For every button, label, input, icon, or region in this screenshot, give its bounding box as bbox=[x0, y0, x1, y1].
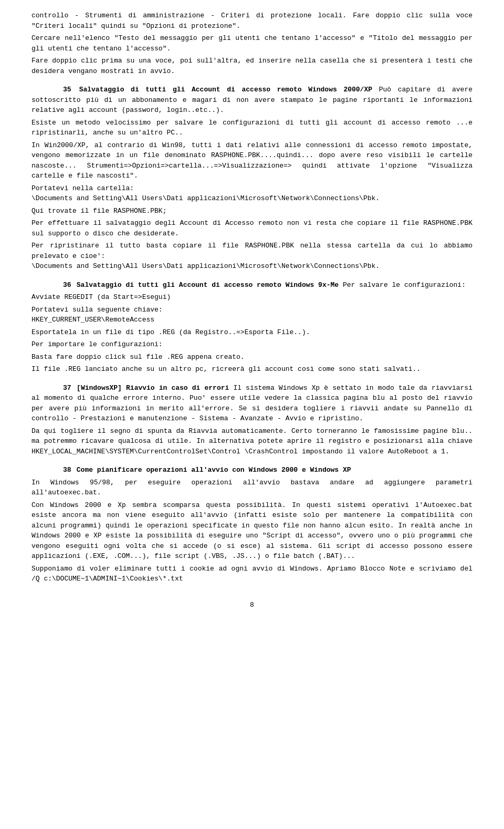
section-37: 37 [WindowsXP] Riavvio in caso di errori… bbox=[32, 383, 472, 457]
section-37-para-1: Da qui togliere il segno di spunta da Ri… bbox=[32, 426, 472, 457]
section-36: 36 Salvataggio di tutti gli Account di a… bbox=[32, 280, 472, 375]
section-36-title: Salvataggio di tutti gli Account di acce… bbox=[77, 281, 339, 289]
section-36-para-4: Per importare le configurazioni: bbox=[32, 339, 472, 350]
page-number: 8 bbox=[32, 600, 472, 610]
intro-section: controllo - Strumenti di amministrazione… bbox=[32, 11, 472, 76]
section-35-header: 35 Salvataggio di tutti gli Account di a… bbox=[32, 85, 472, 116]
section-35: 35 Salvataggio di tutti gli Account di a… bbox=[32, 85, 472, 272]
intro-para-3: Fare doppio clic prima su una voce, poi … bbox=[32, 56, 472, 76]
section-36-para-2: Portatevi sulla seguente chiave:HKEY_CUR… bbox=[32, 305, 472, 325]
section-38-title: Come pianificare operazioni all'avvio co… bbox=[77, 466, 351, 474]
page-content: controllo - Strumenti di amministrazione… bbox=[32, 11, 472, 610]
section-37-header: 37 [WindowsXP] Riavvio in caso di errori… bbox=[32, 383, 472, 424]
intro-para-1: controllo - Strumenti di amministrazione… bbox=[32, 11, 472, 31]
section-35-para-6: Per ripristinare il tutto basta copiare … bbox=[32, 241, 472, 272]
section-38-para-0: In Windows 95/98, per eseguire operazion… bbox=[32, 478, 472, 498]
section-35-number: 35 bbox=[32, 85, 68, 95]
section-37-number: 37 bbox=[32, 383, 68, 393]
section-36-intro: Per salvare le configurazioni: bbox=[343, 281, 466, 289]
section-35-para-1: Esiste un metodo velocissimo per salvare… bbox=[32, 118, 472, 138]
section-35-para-3: Portatevi nella cartella:\Documents and … bbox=[32, 183, 472, 204]
section-37-title: [WindowsXP] Riavvio in caso di errori bbox=[77, 384, 229, 392]
section-36-para-3: Esportatela in un file di tipo .REG (da … bbox=[32, 327, 472, 338]
section-36-header: 36 Salvataggio di tutti gli Account di a… bbox=[32, 280, 472, 291]
section-36-para-6: Il file .REG lanciato anche su un altro … bbox=[32, 364, 472, 375]
section-36-number: 36 bbox=[32, 280, 68, 291]
intro-para-2: Cercare nell'elenco "Testo del messaggio… bbox=[32, 33, 472, 54]
section-38: 38 Come pianificare operazioni all'avvio… bbox=[32, 465, 472, 584]
section-38-number: 38 bbox=[32, 465, 68, 475]
section-35-title: Salvataggio di tutti gli Account di acce… bbox=[79, 86, 372, 94]
section-38-header: 38 Come pianificare operazioni all'avvio… bbox=[32, 465, 472, 475]
section-35-para-4: Qui trovate il file RASPHONE.PBK; bbox=[32, 206, 472, 216]
section-36-para-5: Basta fare doppio click sul file .REG ap… bbox=[32, 352, 472, 362]
section-35-para-2: In Win2000/XP, al contrario di Win98, tu… bbox=[32, 140, 472, 181]
section-36-para-1: Avviate REGEDIT (da Start=>Esegui) bbox=[32, 292, 472, 303]
section-38-para-1: Con Windows 2000 e Xp sembra scomparsa q… bbox=[32, 500, 472, 562]
section-38-para-2: Supponiamo di voler eliminare tutti i co… bbox=[32, 564, 472, 584]
section-35-para-5: Per effettuare il salvataggio degli Acco… bbox=[32, 218, 472, 239]
